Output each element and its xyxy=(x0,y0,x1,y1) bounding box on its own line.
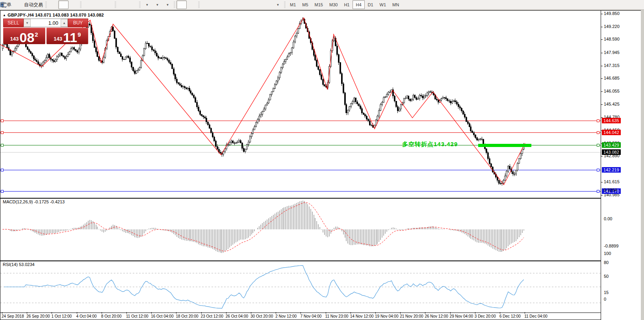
time-axis-label: 18 Oct 20:00 xyxy=(176,314,198,318)
zoom-out-button[interactable] xyxy=(93,0,103,9)
price-level-label: 144.042 xyxy=(602,130,621,135)
chat-icon[interactable] xyxy=(0,2,8,8)
y-axis-tick xyxy=(601,66,603,66)
time-axis-label: 11 Oct 12:00 xyxy=(126,314,148,318)
rsi-axis-label: 0 xyxy=(604,297,606,301)
line-chart-button[interactable] xyxy=(69,0,79,9)
y-axis-tick xyxy=(601,156,603,156)
time-axis-tick xyxy=(151,312,152,314)
equidistant-channel-button[interactable]: E xyxy=(232,0,242,9)
text-button[interactable]: A xyxy=(252,0,262,9)
y-axis-label: 145.425 xyxy=(604,102,620,106)
time-axis-tick xyxy=(400,312,401,314)
price-level-label: 143.429 xyxy=(602,142,621,148)
new-order-icon[interactable] xyxy=(13,0,23,9)
zoom-in-button[interactable] xyxy=(83,0,93,9)
timeframe-D1[interactable]: D1 xyxy=(365,0,377,9)
time-axis-label: 2 Nov 12:00 xyxy=(275,314,297,318)
bar-chart-button[interactable] xyxy=(48,0,58,9)
timeframe-MN[interactable]: MN xyxy=(389,0,402,9)
volume-value[interactable]: 1.00 xyxy=(31,19,61,27)
time-axis-label: 30 Oct 20:00 xyxy=(251,314,273,318)
time-axis-tick xyxy=(326,312,326,314)
timeframe-M30[interactable]: M30 xyxy=(326,0,341,9)
main-chart-area[interactable]: 多空转折点143.429 ▲GBPJPY-,H4 143.071 143.083… xyxy=(0,11,601,198)
crosshair-button[interactable] xyxy=(187,0,197,9)
buy-button[interactable]: BUY xyxy=(68,19,88,27)
timeframe-M15[interactable]: M15 xyxy=(312,0,326,9)
volume-up-button[interactable]: ▲ xyxy=(61,19,68,27)
timeframe-H4[interactable]: H4 xyxy=(353,0,364,9)
timeframe-W1[interactable]: W1 xyxy=(377,0,390,9)
rsi-axis-label: 15 xyxy=(604,290,609,295)
auto-scroll-button[interactable] xyxy=(117,0,128,9)
templates-button[interactable]: ▼ xyxy=(162,0,173,9)
time-axis-label: 26 Sep 20:00 xyxy=(26,314,50,318)
time-axis-label: 29 Nov 04:00 xyxy=(450,314,473,318)
y-axis-label: 147.945 xyxy=(604,50,620,55)
y-axis-label: 149.850 xyxy=(604,11,620,16)
tile-windows-button[interactable] xyxy=(103,0,113,9)
time-axis-label: 16 Oct 04:00 xyxy=(151,314,173,318)
toolbar-grip xyxy=(80,2,82,8)
time-axis-tick xyxy=(251,312,251,314)
highlight-level-bar[interactable] xyxy=(478,144,531,147)
toolbar-grip xyxy=(174,2,175,8)
time-axis-tick xyxy=(52,312,52,314)
sell-price-big: 08 xyxy=(20,32,35,43)
macd-panel[interactable] xyxy=(0,199,601,260)
time-axis-tick xyxy=(425,312,425,314)
one-click-trading-panel: SELL ▼ 1.00 ▲ BUY 143082 143119 xyxy=(3,19,88,44)
y-axis-label: 146.685 xyxy=(604,76,620,80)
chart-window: 多空转折点143.429 ▲GBPJPY-,H4 143.071 143.083… xyxy=(0,10,641,320)
horizontal-lines-layer[interactable] xyxy=(0,121,601,192)
y-axis-tick xyxy=(601,78,603,79)
timeframe-M5[interactable]: M5 xyxy=(299,0,311,9)
price-axis[interactable]: 149.850149.220148.590147.945147.315146.6… xyxy=(601,11,641,320)
sell-price-panel[interactable]: 143082 xyxy=(3,28,45,44)
horizontal-line-button[interactable] xyxy=(211,0,221,9)
sell-price-sup: 2 xyxy=(35,31,38,38)
buy-price-sup: 9 xyxy=(78,31,81,38)
main-toolbar: 丁单 自动交易 ▼ ▼ ▼ E F A T ▼ M1M5M15M30H1H4D1… xyxy=(0,0,644,10)
fibonacci-button[interactable]: F xyxy=(242,0,252,9)
chart-shift-button[interactable] xyxy=(128,0,138,9)
time-axis-label: 11 Dec 04:00 xyxy=(524,314,547,318)
rsi-panel-divider[interactable] xyxy=(0,260,640,261)
time-axis-tick xyxy=(77,312,77,314)
sell-button[interactable]: SELL xyxy=(3,19,24,27)
autotrade-button[interactable]: 自动交易 xyxy=(23,0,44,9)
y-axis-tick xyxy=(601,14,603,14)
volume-down-button[interactable]: ▼ xyxy=(24,19,31,27)
rsi-panel[interactable] xyxy=(0,262,601,313)
cursor-button[interactable] xyxy=(176,0,187,9)
trendline-button[interactable] xyxy=(221,0,232,9)
macd-panel-divider[interactable] xyxy=(0,198,640,199)
arrows-button[interactable]: ▼ xyxy=(273,0,283,9)
vertical-line-button[interactable] xyxy=(201,0,211,9)
sell-price-prefix: 143 xyxy=(10,36,19,42)
volume-spinner: ▼ 1.00 ▲ xyxy=(24,19,68,27)
text-label-button[interactable]: T xyxy=(262,0,273,9)
hline-handles-layer[interactable] xyxy=(1,119,599,192)
time-axis-label: 14 Nov 12:00 xyxy=(350,314,374,318)
rsi-axis-label: 100 xyxy=(604,251,611,256)
time-axis-tick xyxy=(301,312,301,314)
timeframe-H1[interactable]: H1 xyxy=(341,0,353,9)
timeframe-M1[interactable]: M1 xyxy=(287,0,299,9)
dropdown-caret: ▼ xyxy=(156,3,159,7)
collapse-triangle-icon[interactable]: ▲ xyxy=(3,13,6,17)
toolbar-grip xyxy=(45,2,47,8)
time-axis-label: 24 Sep 2018 xyxy=(2,314,24,318)
buy-price-panel[interactable]: 143119 xyxy=(46,28,89,44)
indicators-button[interactable]: ▼ xyxy=(142,0,152,9)
time-axis-tick xyxy=(375,312,376,314)
dropdown-caret: ▼ xyxy=(146,3,149,7)
candlestick-button[interactable] xyxy=(58,0,69,9)
dropdown-caret: ▼ xyxy=(166,3,169,7)
time-axis-label: 7 Nov 04:00 xyxy=(300,314,321,318)
time-axis-tick xyxy=(201,312,202,314)
periods-button[interactable]: ▼ xyxy=(152,0,162,9)
symbol-header[interactable]: ▲GBPJPY-,H4 143.071 143.083 143.070 143.… xyxy=(3,13,104,17)
toolbar-grip xyxy=(115,2,116,8)
